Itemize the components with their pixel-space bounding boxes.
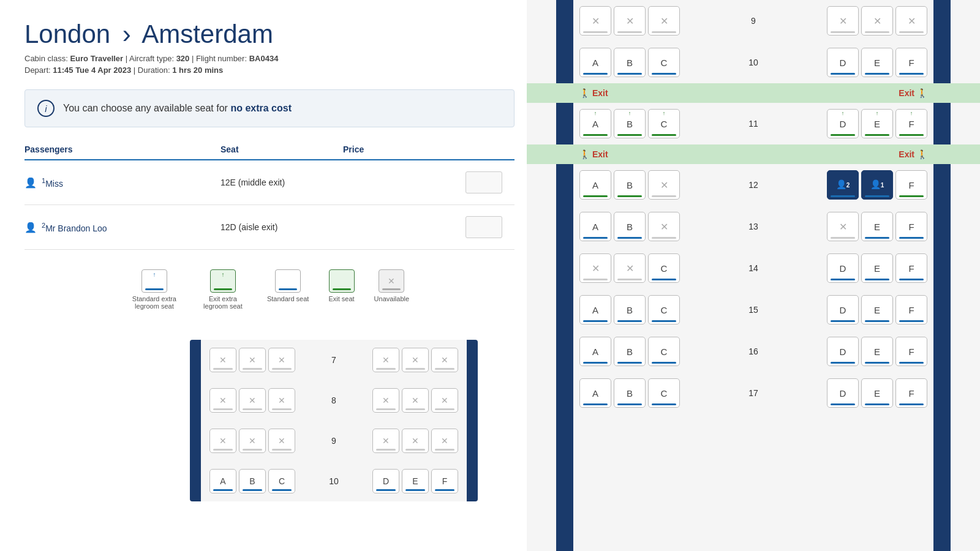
right-seats-14: D E F	[827, 253, 927, 283]
seat-cell: ✕	[209, 388, 236, 413]
seat-cell[interactable]: C	[268, 469, 295, 493]
seat-row-11: ↑A ↑B ↑C 11 ↑D ↑E ↑F	[527, 103, 980, 144]
seat-cell[interactable]: E	[402, 469, 429, 493]
seat-row-10: A B C 10 D E F	[527, 42, 980, 83]
seat-cell[interactable]: C	[648, 378, 680, 408]
seat-cell[interactable]: C	[648, 253, 680, 283]
seat-cell[interactable]: ✕	[648, 170, 680, 200]
arrow-up-green-icon: ↑	[221, 271, 224, 278]
seat-cell: ✕	[431, 348, 458, 372]
right-seats-10: D E F	[827, 48, 927, 77]
seat-cell[interactable]: B	[614, 170, 646, 200]
seat-cell[interactable]: E	[861, 253, 893, 283]
seat-cell[interactable]: F	[895, 378, 927, 408]
seat-cell[interactable]: A	[579, 212, 611, 241]
seat-cell: ✕	[402, 348, 429, 372]
seat-cell[interactable]: C	[648, 337, 680, 366]
seat-cell[interactable]: C	[648, 295, 680, 324]
seat-cell[interactable]: D	[827, 337, 859, 366]
row-number-10: 10	[741, 58, 766, 67]
seat-cell[interactable]: ✕	[895, 6, 927, 36]
seat-cell[interactable]: ↑B	[614, 109, 646, 138]
seat-cell[interactable]: F	[895, 212, 927, 241]
seat-cell[interactable]: ✕	[614, 6, 646, 36]
seat-cell: ✕	[239, 388, 266, 413]
seat-cell[interactable]: B	[614, 378, 646, 408]
legend-seat-standard	[275, 269, 301, 293]
col-header-price: Price	[343, 144, 514, 154]
seat-cell[interactable]: ✕	[827, 212, 859, 241]
seat-cell[interactable]: F	[895, 170, 927, 200]
seat-cell[interactable]: B	[239, 469, 266, 493]
exit-label-left: 🚶Exit	[579, 88, 608, 98]
seat-cell[interactable]: B	[614, 212, 646, 241]
seat-cell[interactable]: E	[861, 212, 893, 241]
row-number-14: 14	[741, 263, 766, 273]
left-seats-11: ↑A ↑B ↑C	[579, 109, 680, 138]
seat-cell[interactable]: D	[827, 48, 859, 77]
seat-cell[interactable]: ✕	[648, 6, 680, 36]
seat-bar-blue-2	[279, 288, 297, 290]
right-seats-13: ✕ E F	[827, 212, 927, 241]
seat-cell[interactable]: D	[827, 295, 859, 324]
bottom-row-num: 9	[324, 436, 344, 446]
seat-cell[interactable]: ✕	[861, 6, 893, 36]
seat-cell[interactable]: ↑D	[827, 109, 859, 138]
seat-cell[interactable]: D	[372, 469, 399, 493]
seat-cell[interactable]: E	[861, 378, 893, 408]
seat-cell[interactable]: A	[209, 469, 236, 493]
seat-cell[interactable]: A	[579, 337, 611, 366]
seat-cell[interactable]: E	[861, 337, 893, 366]
seat-cell: ✕	[372, 348, 399, 372]
seat-cell[interactable]: A	[579, 295, 611, 324]
seat-bar-green-2	[333, 288, 351, 290]
seat-cell[interactable]: A	[579, 170, 611, 200]
seat-row-17: A B C 17 D E F	[527, 372, 980, 414]
seat-cell[interactable]: D	[827, 378, 859, 408]
person-icon: 👤	[24, 222, 37, 233]
left-seats-9: ✕ ✕ ✕	[579, 6, 680, 36]
arrow-up-icon: ↑	[153, 271, 156, 278]
seat-cell[interactable]: F	[431, 469, 458, 493]
seat-cell[interactable]: ✕	[579, 6, 611, 36]
seat-cell[interactable]: F	[895, 48, 927, 77]
seat-cell[interactable]: ✕	[614, 253, 646, 283]
x-icon: ✕	[388, 276, 395, 286]
legend-seat-unavailable: ✕	[379, 269, 404, 293]
seat-row-9: ✕ ✕ ✕ 9 ✕ ✕ ✕	[527, 0, 980, 42]
seat-cell[interactable]: F	[895, 337, 927, 366]
seat-cell[interactable]: B	[614, 48, 646, 77]
seat-cell[interactable]: A	[579, 378, 611, 408]
seat-cell[interactable]: 👤2	[827, 170, 859, 200]
seat-cell[interactable]: ✕	[579, 253, 611, 283]
left-seats-10: A B C	[579, 48, 680, 77]
seat-cell[interactable]: 👤1	[861, 170, 893, 200]
seat-cell[interactable]: E	[861, 48, 893, 77]
bottom-left-seats: ✕ ✕ ✕	[209, 429, 295, 453]
seat-cell[interactable]: C	[648, 48, 680, 77]
right-seats-16: D E F	[827, 337, 927, 366]
seat-cell[interactable]: ↑F	[895, 109, 927, 138]
seat-cell[interactable]: ↑E	[861, 109, 893, 138]
bottom-row-7: ✕ ✕ ✕ 7 ✕ ✕ ✕	[196, 340, 472, 380]
legend-seat-extra-legroom: ↑	[141, 269, 167, 293]
seat-cell[interactable]: ✕	[648, 212, 680, 241]
bottom-right-seats: ✕ ✕ ✕	[372, 429, 458, 453]
bottom-row-num: 10	[324, 476, 344, 486]
passenger-2-name: 👤 2Mr Brandon Loo	[24, 222, 221, 233]
seat-cell[interactable]: ↑A	[579, 109, 611, 138]
seat-cell[interactable]: ↑C	[648, 109, 680, 138]
bottom-right-seats: D E F	[372, 469, 458, 493]
seat-cell[interactable]: B	[614, 295, 646, 324]
seat-cell[interactable]: E	[861, 295, 893, 324]
seat-cell[interactable]: D	[827, 253, 859, 283]
price-box-2	[466, 216, 502, 238]
seat-cell[interactable]: F	[895, 253, 927, 283]
seat-cell[interactable]: B	[614, 337, 646, 366]
passenger-1-seat: 12E (middle exit)	[221, 178, 343, 187]
legend-seat-exit-extra: ↑	[210, 269, 236, 293]
seat-cell[interactable]: F	[895, 295, 927, 324]
row-number-9: 9	[741, 16, 766, 26]
seat-cell[interactable]: A	[579, 48, 611, 77]
seat-cell[interactable]: ✕	[827, 6, 859, 36]
